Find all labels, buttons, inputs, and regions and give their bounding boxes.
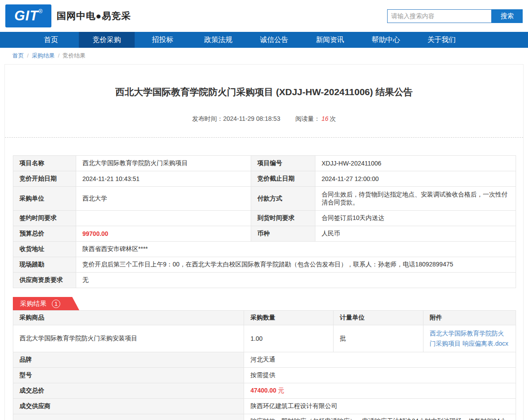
table-header-row: 采购商品 采购数量 计量单位 附件 (13, 311, 516, 325)
registered-mark-icon: ® (39, 7, 43, 16)
field-label: 品牌 (13, 352, 244, 368)
table-row: 品牌 河北天通 (13, 352, 516, 368)
badge-label: 采购结果 (20, 300, 47, 308)
field-label: 项目名称 (13, 156, 76, 171)
purchase-result-badge: 采购结果 1 (13, 297, 79, 310)
badge-count-circle: 1 (52, 300, 60, 308)
announcement-card: 西北大学国际教育学院防火门采购项目 (XDJJ-HW-202411006) 结果… (4, 64, 524, 420)
field-label: 收货地址 (13, 242, 76, 257)
nav-item-tender[interactable]: 招投标 (135, 32, 190, 48)
table-row: 竞价开始日期 2024-11-21 10:43:51 竞价截止日期 2024-1… (13, 171, 516, 187)
deal-total-price: 47400.00 元 (244, 383, 516, 399)
page-title: 西北大学国际教育学院防火门采购项目 (XDJJ-HW-202411006) 结果… (13, 65, 515, 98)
field-label: 币种 (251, 226, 315, 242)
brand-value: 河北天通 (244, 352, 516, 368)
table-row: 现场踏勘 竞价开启后第三个工作日上午9：00，在西北大学太白校区国际教育学院踏勘… (13, 257, 516, 273)
field-label: 竞价开始日期 (13, 171, 76, 187)
breadcrumb-home[interactable]: 首页 (12, 52, 24, 59)
field-label: 付款方式 (251, 187, 315, 211)
attachment-cell: 西北大学国际教育学院防火门采购项目 响应偏离表.docx (423, 325, 516, 352)
winning-supplier: 陕西环亿建筑工程设计有限公司 (244, 399, 516, 414)
budget-total-value: 99700.00 (76, 226, 251, 242)
table-row: 西北大学国际教育学院防火门采购安装项目 1.00 批 西北大学国际教育学院防火门… (13, 325, 516, 352)
logo-text: GIT (14, 4, 39, 27)
table-row: 项目名称 西北大学国际教育学院防火门采购项目 项目编号 XDJJ-HW-2024… (13, 156, 516, 171)
search-input[interactable] (387, 9, 492, 23)
warranty-service: 响应时效：即时响应（包括电话响应）；电话响应无法解决24小时内到达现场。修复时间… (244, 414, 516, 420)
table-row: 型号 按需提供 (13, 368, 516, 383)
main-nav: 首页 竞价采购 招投标 政策法规 诚信公告 新闻资讯 帮助中心 关于我们 (0, 32, 528, 48)
field-value: 合同签订后10天内送达 (315, 211, 516, 226)
field-value: 西北大学 (76, 187, 251, 211)
table-row: 收货地址 陕西省西安市碑林区**** (13, 242, 516, 257)
field-value: 人民币 (315, 226, 516, 242)
nav-item-help-center[interactable]: 帮助中心 (358, 32, 414, 48)
field-value: 西北大学国际教育学院防火门采购项目 (76, 156, 251, 171)
column-header: 采购商品 (13, 311, 244, 325)
column-header: 采购数量 (244, 311, 334, 325)
article-meta: 发布时间：2024-11-29 08:18:53阅读量：16次 (13, 98, 515, 137)
field-value: 2024-11-21 10:43:51 (76, 171, 251, 187)
breadcrumb-purchase-results[interactable]: 采购结果 (32, 52, 55, 59)
publish-time-label: 发布时间： (192, 115, 223, 122)
table-row: 供应商资质要求 无 (13, 273, 516, 288)
result-section-header: 采购结果 1 (13, 297, 516, 310)
table-row: 成交总价 47400.00 元 (13, 383, 516, 399)
breadcrumb-separator: / (58, 52, 60, 59)
nav-item-about-us[interactable]: 关于我们 (414, 32, 470, 48)
field-value (76, 211, 251, 226)
breadcrumb-separator: / (27, 52, 29, 59)
table-row: 采购单位 西北大学 付款方式 合同生效后，待货物到达指定地点、安装调试验收合格后… (13, 187, 516, 211)
views-count: 16 (322, 115, 329, 122)
field-label: 型号 (13, 368, 244, 383)
field-label: 预算总价 (13, 226, 76, 242)
purchase-quantity: 1.00 (244, 325, 334, 352)
nav-item-policy[interactable]: 政策法规 (190, 32, 246, 48)
top-header: GIT ® 国网中电●易竞采 搜索 (0, 0, 528, 32)
search-button[interactable]: 搜索 (492, 9, 523, 23)
field-value: 合同生效后，待货物到达指定地点、安装调试验收合格后，一次性付清合同货款。 (315, 187, 516, 211)
nav-item-home[interactable]: 首页 (23, 32, 79, 48)
purchase-result-table: 采购商品 采购数量 计量单位 附件 西北大学国际教育学院防火门采购安装项目 1.… (13, 310, 516, 420)
nav-item-integrity-notice[interactable]: 诚信公告 (246, 32, 302, 48)
views-label: 阅读量： (295, 115, 320, 122)
column-header: 计量单位 (334, 311, 423, 325)
field-label: 签约时间要求 (13, 211, 76, 226)
product-name: 西北大学国际教育学院防火门采购安装项目 (13, 325, 244, 352)
breadcrumb: 首页/采购结果/竞价结果 (0, 48, 528, 63)
table-row: 预算总价 99700.00 币种 人民币 (13, 226, 516, 242)
git-logo[interactable]: GIT ® (5, 4, 51, 27)
publish-time-value: 2024-11-29 08:18:53 (223, 115, 280, 122)
site-brand-title: 国网中电●易竞采 (57, 10, 131, 22)
field-label: 采购单位 (13, 187, 76, 211)
field-value: 2024-11-27 12:00:00 (315, 171, 516, 187)
table-row: 签约时间要求 到货时间要求 合同签订后10天内送达 (13, 211, 516, 226)
field-value: 陕西省西安市碑林区**** (76, 242, 516, 257)
field-label: 成交总价 (13, 383, 244, 399)
attachment-link[interactable]: 西北大学国际教育学院防火门采购项目 响应偏离表.docx (430, 330, 508, 347)
field-value: 竞价开启后第三个工作日上午9：00，在西北大学太白校区国际教育学院踏勘（包含公告… (76, 257, 516, 273)
breadcrumb-current: 竞价结果 (62, 52, 85, 59)
field-label: 项目编号 (251, 156, 315, 171)
field-label: 到货时间要求 (251, 211, 315, 226)
column-header: 附件 (423, 311, 516, 325)
field-value: XDJJ-HW-202411006 (315, 156, 516, 171)
table-row: 成交供应商 陕西环亿建筑工程设计有限公司 (13, 399, 516, 414)
field-label: 竞价截止日期 (251, 171, 315, 187)
field-label: 供应商资质要求 (13, 273, 76, 288)
field-label: 现场踏勘 (13, 257, 76, 273)
nav-item-news[interactable]: 新闻资讯 (302, 32, 358, 48)
field-value: 无 (76, 273, 516, 288)
nav-item-bidding-purchase[interactable]: 竞价采购 (79, 32, 135, 48)
views-unit: 次 (330, 115, 336, 122)
table-row: 质保及售后服务 响应时效：即时响应（包括电话响应）；电话响应无法解决24小时内到… (13, 414, 516, 420)
measure-unit: 批 (334, 325, 423, 352)
search-bar: 搜索 (387, 9, 523, 23)
project-info-table: 项目名称 西北大学国际教育学院防火门采购项目 项目编号 XDJJ-HW-2024… (13, 155, 516, 288)
field-label: 成交供应商 (13, 399, 244, 414)
model-value: 按需提供 (244, 368, 516, 383)
dashed-divider (5, 137, 523, 138)
field-label: 质保及售后服务 (13, 414, 244, 420)
